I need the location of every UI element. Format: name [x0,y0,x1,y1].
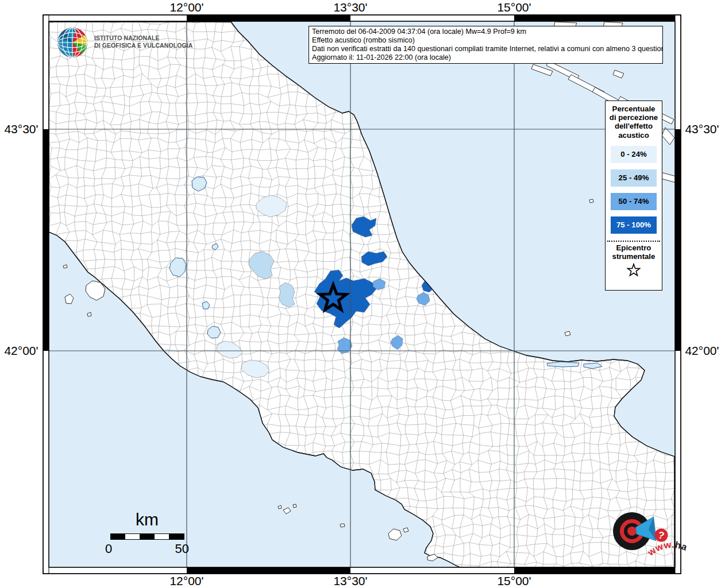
ingv-line2: DI GEOFISICA E VULCANOLOGIA [94,42,192,49]
event-info-box: Terremoto del 06-04-2009 04:37:04 (ora l… [309,26,663,64]
logo-circular-text: www.haisentitoilterremoto.it [645,539,687,586]
event-effect: Effetto acustico (rombo sismico) [312,36,660,45]
tick-lon-top: 13°30' [333,1,367,14]
logo-red-dot [627,527,637,536]
island-tremiti [565,331,570,336]
tick-lon-bottom: 15°00' [497,574,531,588]
legend-class-3: 75 - 100% [611,216,657,234]
tick-lat-left: 42°00' [4,344,38,358]
legend-epicenter-title: Epicentro strumentale [606,243,662,261]
ingv-wordmark: ISTITUTO NAZIONALE DI GEOFISICA E VULCAN… [94,34,192,49]
scale-bar-graphic [110,533,184,540]
scale-start: 0 [105,541,112,556]
tick-lon-bottom: 12°00' [169,574,203,588]
legend: Percentuale di percezione dell'effetto a… [605,100,662,291]
tick-lat-right: 42°00' [685,344,719,358]
island-adriatic-islet [589,199,593,203]
scale-unit: km [103,510,191,529]
tick-lon-bottom: 13°30' [333,574,367,588]
map-page: ISTITUTO NAZIONALE DI GEOFISICA E VULCAN… [0,0,721,588]
tick-lon-top: 15°00' [497,1,531,14]
ingv-logo: ISTITUTO NAZIONALE DI GEOFISICA E VULCAN… [56,26,192,59]
island-zannone [293,504,296,508]
tick-lat-right: 43°30' [685,122,719,136]
event-data-note: Dati non verificati estratti da 140 ques… [312,45,660,53]
legend-classes: 0 - 24%25 - 49%50 - 74%75 - 100% [606,146,662,234]
scale-end: 50 [175,541,189,556]
event-updated: Aggiornato il: 11-01-2026 22:00 (ora loc… [312,53,660,62]
island-ventotene [340,524,345,527]
event-title: Terremoto del 06-04-2009 04:37:04 (ora l… [312,28,660,36]
legend-divider [607,241,660,242]
legend-class-1: 25 - 49% [611,169,657,187]
ingv-globe-icon [56,26,89,59]
scale-bar: km 0 50 [103,510,191,556]
island-procida [403,528,408,532]
haisentitoilterremoto-logo: ? www.haisentitoilterremoto.it [577,477,687,586]
ingv-line1: ISTITUTO NAZIONALE [94,34,192,42]
star-icon [626,262,642,277]
tick-lon-top: 12°00' [169,1,203,14]
legend-class-2: 50 - 74% [611,193,657,210]
legend-class-0: 0 - 24% [611,146,657,163]
legend-title: Percentuale di percezione dell'effetto a… [606,105,662,140]
tick-lat-left: 43°30' [4,122,38,136]
legend-epicenter-symbol [606,262,662,280]
